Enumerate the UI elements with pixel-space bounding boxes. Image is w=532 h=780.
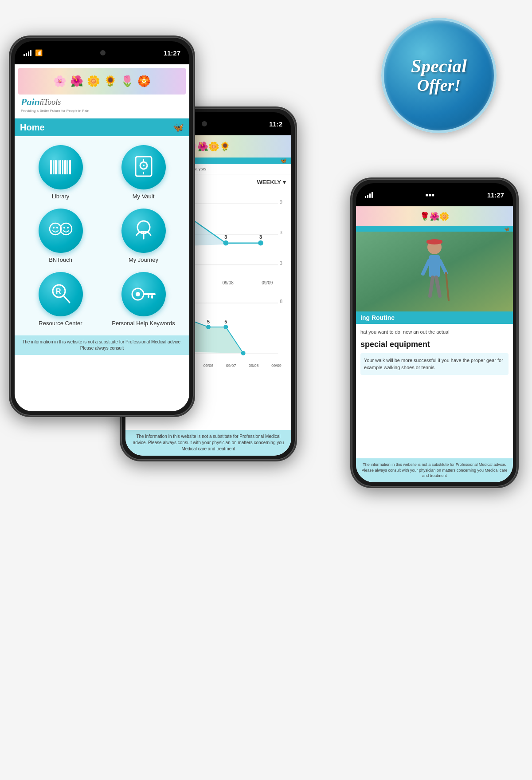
rflower-3: 🌼 bbox=[439, 212, 449, 221]
phone-left: 📶 11:27 🌸 🌺 🌼 🌻 bbox=[9, 35, 195, 417]
wifi-icon: 📶 bbox=[35, 49, 43, 56]
svg-rect-18 bbox=[143, 293, 156, 295]
signal-bars-right bbox=[365, 192, 373, 198]
signal-area: 📶 bbox=[23, 49, 43, 56]
flower-4: 🌻 bbox=[104, 75, 117, 87]
journey-icon-circle bbox=[121, 209, 166, 253]
phone-frame-right: ■■■ 11:27 🌹 🌺 🌼 🦋 bbox=[350, 177, 519, 488]
status-bar-right: ■■■ 11:27 bbox=[356, 183, 513, 206]
rflower-2: 🌺 bbox=[430, 212, 439, 221]
point-3 bbox=[223, 240, 228, 246]
svg-point-17 bbox=[136, 292, 140, 296]
svg-point-5 bbox=[50, 223, 61, 235]
rsig-4 bbox=[372, 192, 373, 198]
vault-label: My Vault bbox=[133, 193, 155, 200]
phone-screen-right: 🌹 🌺 🌼 🦋 bbox=[356, 206, 513, 482]
left-footer-text: The information in this website is not a… bbox=[22, 339, 182, 351]
teal-bar-right: 🦋 bbox=[356, 226, 513, 232]
vault-svg bbox=[133, 156, 154, 179]
camera-dot bbox=[100, 50, 106, 55]
vault-icon-item[interactable]: My Vault bbox=[106, 145, 180, 200]
head-svg bbox=[132, 219, 155, 242]
svg-text:5: 5 bbox=[224, 319, 227, 324]
bar7 bbox=[64, 160, 66, 174]
time-right: 11:27 bbox=[487, 191, 504, 199]
rsig-1 bbox=[365, 196, 366, 198]
bar9 bbox=[69, 160, 71, 174]
svg-point-10 bbox=[67, 227, 69, 228]
flower-m2: 🌺 bbox=[197, 141, 208, 152]
phone-frame-inner-left: 📶 11:27 🌸 🌺 🌼 🌻 bbox=[15, 41, 189, 411]
library-icon-item[interactable]: Library bbox=[23, 145, 98, 200]
lpoint-5 bbox=[206, 325, 211, 329]
signal-bars bbox=[23, 50, 31, 56]
ldate-4: 09/06 bbox=[203, 363, 214, 368]
flower-3: 🌼 bbox=[87, 75, 100, 87]
resource-icon-circle: R bbox=[39, 272, 83, 316]
bar1 bbox=[50, 160, 52, 174]
magnify-svg: R bbox=[49, 282, 72, 306]
svg-text:3: 3 bbox=[224, 234, 227, 240]
flower-6: 🏵️ bbox=[137, 75, 151, 87]
logo-n-tools: ñTools bbox=[40, 98, 61, 107]
right-footer-text: The information in this website is not a… bbox=[361, 462, 507, 478]
svg-text:5: 5 bbox=[207, 319, 210, 324]
flower-row: 🌸 🌺 🌼 🌻 🌷 🏵️ bbox=[53, 75, 151, 87]
svg-point-2 bbox=[143, 165, 145, 166]
time-middle: 11:2 bbox=[269, 120, 282, 128]
dragonfly-right: 🦋 bbox=[504, 227, 509, 232]
scene: Special Offer! 📶 bbox=[0, 0, 532, 780]
dragonfly-icon: 🦋 bbox=[173, 122, 184, 133]
phone-frame-inner-right: ■■■ 11:27 🌹 🌺 🌼 🦋 bbox=[356, 183, 513, 482]
article-text-1: hat you want to do, now an out the actua… bbox=[360, 328, 509, 336]
camera-dot-middle bbox=[202, 121, 207, 126]
article-text-2: Your walk will be more successful if you… bbox=[364, 357, 505, 371]
keywords-icon-circle bbox=[121, 272, 166, 316]
ldate-6: 09/08 bbox=[249, 363, 259, 368]
svg-line-44 bbox=[440, 260, 446, 273]
svg-line-46 bbox=[436, 277, 440, 296]
lpoint-7 bbox=[241, 351, 246, 355]
date-4: 09/09 bbox=[262, 280, 273, 285]
special-equipment-text: special equipment bbox=[360, 340, 430, 349]
svg-text:9: 9 bbox=[280, 199, 283, 205]
svg-line-15 bbox=[63, 295, 70, 303]
library-label: Library bbox=[52, 193, 70, 200]
phone-right: ■■■ 11:27 🌹 🌺 🌼 🦋 bbox=[350, 177, 519, 488]
journey-icon-item[interactable]: My Journey bbox=[106, 209, 180, 263]
chevron-down-icon: ▾ bbox=[283, 179, 286, 185]
dragonfly-middle: 🦋 bbox=[280, 158, 287, 164]
middle-footer-text: The information in this website is not a… bbox=[133, 434, 284, 451]
svg-rect-19 bbox=[151, 295, 153, 299]
middle-footer: The information in this website is not a… bbox=[125, 430, 291, 456]
barcode-icon bbox=[50, 160, 71, 174]
svg-text:8: 8 bbox=[280, 299, 282, 304]
resource-icon-item[interactable]: R Resource Center bbox=[23, 272, 98, 327]
special-equipment-title: special equipment bbox=[360, 339, 509, 350]
faces-svg bbox=[48, 222, 73, 240]
rsig-3 bbox=[369, 193, 371, 198]
article-image-bg bbox=[356, 232, 513, 311]
bntouch-label: BNTouch bbox=[49, 256, 72, 263]
library-icon-circle bbox=[39, 145, 83, 189]
app-header: 🌸 🌺 🌼 🌻 🌷 🏵️ Pain ñTools bbox=[15, 64, 189, 118]
keywords-icon-item[interactable]: Personal Help Keywords bbox=[106, 272, 180, 327]
rsig-2 bbox=[367, 195, 368, 198]
svg-rect-20 bbox=[148, 295, 149, 298]
lpoint-6 bbox=[223, 325, 228, 329]
svg-point-6 bbox=[53, 227, 55, 228]
special-offer-badge[interactable]: Special Offer! bbox=[381, 18, 497, 133]
flower-m3: 🌼 bbox=[208, 141, 219, 152]
flower-header: 🌸 🌺 🌼 🌻 🌷 🏵️ bbox=[18, 68, 186, 95]
left-footer-disclaimer: The information in this website is not a… bbox=[15, 335, 189, 355]
article-title: ing Routine bbox=[360, 314, 509, 321]
weekly-selector[interactable]: WEEKLY ▾ bbox=[257, 179, 286, 185]
article-content: hat you want to do, now an out the actua… bbox=[356, 324, 513, 382]
keywords-label: Personal Help Keywords bbox=[112, 320, 175, 327]
signal-bar-1 bbox=[23, 54, 25, 56]
special-offer-line1: Special bbox=[411, 56, 467, 76]
svg-line-47 bbox=[446, 273, 449, 300]
bntouch-icon-item[interactable]: BNTouch bbox=[23, 209, 98, 263]
date-3: 09/08 bbox=[223, 280, 234, 285]
resource-label: Resource Center bbox=[39, 320, 82, 327]
